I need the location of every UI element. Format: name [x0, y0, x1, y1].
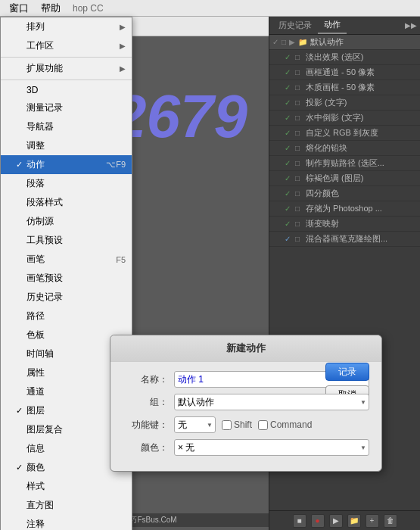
menu-item-label: 仿制源: [26, 215, 126, 228]
menu-item-label: 画笔预设: [26, 272, 126, 285]
menu-item-histogram[interactable]: 直方图: [1, 496, 132, 515]
menu-item-label: 工具预设: [26, 234, 126, 247]
record-button[interactable]: 记录: [325, 363, 369, 381]
submenu-arrow: ▶: [120, 64, 126, 73]
check-icon: ✓: [16, 160, 26, 170]
menu-item-label: 3D: [26, 85, 126, 95]
color-select-wrapper: × 无 ▼: [174, 439, 369, 456]
menu-help[interactable]: 帮助: [35, 0, 67, 17]
menu-item-label: 样式: [26, 480, 126, 493]
menu-item-clone-source[interactable]: 仿制源: [1, 212, 132, 231]
command-checkbox-item: Command: [258, 419, 312, 430]
key-select[interactable]: 无: [174, 416, 216, 433]
check-icon: ✓: [16, 406, 26, 416]
menu-item-label: 直方图: [26, 499, 126, 512]
separator: [1, 80, 132, 80]
color-row: 颜色： × 无 ▼: [123, 439, 369, 456]
color-label: 颜色：: [123, 441, 168, 454]
menu-item-tool-presets[interactable]: 工具预设: [1, 231, 132, 250]
menu-item-paragraph[interactable]: 段落: [1, 174, 132, 193]
menu-item-label: 段落: [26, 177, 126, 190]
function-key-row: 功能键： 无 ▼ Shift Com: [123, 416, 369, 433]
separator: [1, 57, 132, 58]
menu-item-styles[interactable]: 样式: [1, 477, 132, 496]
menu-item-label: 历史记录: [26, 291, 126, 304]
menu-item-extensions[interactable]: 扩展功能 ▶: [1, 59, 132, 78]
menu-item-label: 测量记录: [26, 101, 126, 114]
menubar: 窗口 帮助 hop CC: [0, 0, 420, 17]
main-area: 调整边缘... 632679 POCO 摄影专题 http://photo.po…: [0, 17, 420, 530]
group-row: 组： 默认动作 ▼: [123, 394, 369, 410]
key-select-wrapper: 无 ▼: [174, 416, 216, 433]
group-select-wrapper: 默认动作 ▼: [174, 394, 369, 410]
menu-item-arrange[interactable]: 排列 ▶: [1, 17, 132, 36]
modifier-keys-row: Shift Command: [222, 419, 369, 430]
app-name: hop CC: [73, 3, 104, 14]
menu-item-label: 图层: [26, 404, 110, 417]
color-select[interactable]: × 无: [174, 439, 369, 456]
menu-item-navigator[interactable]: 导航器: [1, 117, 132, 136]
group-label: 组：: [123, 396, 168, 409]
group-select[interactable]: 默认动作: [174, 394, 369, 410]
key-label: 功能键：: [123, 419, 168, 432]
menu-item-label: 扩展功能: [26, 62, 117, 75]
menu-item-label: 调整: [26, 139, 126, 152]
new-action-dialog: 新建动作 记录 取消 名称： 组： 默认动作: [110, 335, 382, 472]
shortcut-label: F5: [116, 255, 126, 264]
name-label: 名称：: [123, 373, 168, 386]
menu-item-label: 颜色: [26, 461, 110, 474]
menu-item-notes[interactable]: 注释: [1, 515, 132, 530]
menu-item-label: 注释: [26, 518, 126, 530]
menu-item-label: 导航器: [26, 120, 126, 133]
menu-item-label: 工作区: [26, 39, 117, 52]
menu-item-label: 动作: [26, 158, 100, 171]
shift-label: Shift: [234, 419, 252, 430]
menu-item-adjustments[interactable]: 调整: [1, 136, 132, 155]
menu-item-label: 画笔: [26, 253, 110, 266]
menu-item-paragraph-styles[interactable]: 段落样式: [1, 193, 132, 212]
shortcut-label: ⌥F9: [106, 160, 126, 170]
menu-item-measurement[interactable]: 测量记录: [1, 98, 132, 117]
menu-item-label: 信息: [26, 442, 110, 455]
command-label: Command: [270, 419, 312, 430]
menu-window[interactable]: 窗口: [3, 0, 35, 17]
submenu-arrow: ▶: [120, 23, 126, 31]
check-icon: ✓: [16, 463, 26, 472]
menu-item-history[interactable]: 历史记录: [1, 288, 132, 307]
shift-checkbox[interactable]: [222, 420, 232, 430]
menu-item-label: 排列: [26, 20, 117, 33]
menu-item-brush[interactable]: 画笔 F5: [1, 250, 132, 269]
menu-item-actions[interactable]: ✓ 动作 ⌥F9: [1, 155, 132, 174]
menu-item-label: 段落样式: [26, 196, 126, 209]
menu-item-paths[interactable]: 路径: [1, 307, 132, 326]
command-checkbox[interactable]: [258, 420, 268, 430]
dialog-title: 新建动作: [110, 335, 381, 362]
menu-item-3d[interactable]: 3D: [1, 82, 132, 98]
menu-item-brush-presets[interactable]: 画笔预设: [1, 269, 132, 288]
menu-item-workspace[interactable]: 工作区 ▶: [1, 36, 132, 55]
menu-item-label: 路径: [26, 310, 126, 323]
shift-checkbox-item: Shift: [222, 419, 252, 430]
submenu-arrow: ▶: [120, 42, 126, 50]
